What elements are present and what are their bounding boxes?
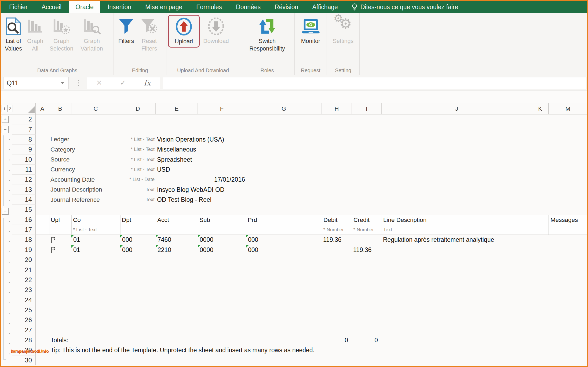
acct-cell-2[interactable]: 2210 bbox=[156, 245, 198, 255]
dpt-cell-2[interactable]: 000 bbox=[120, 245, 156, 255]
outline-level-1-button[interactable]: 1 bbox=[2, 105, 7, 112]
journal-reference-hint-cell[interactable]: Text bbox=[120, 195, 156, 205]
hint-line-description-cell[interactable]: Text bbox=[382, 225, 532, 235]
header-acct-cell[interactable]: Acct bbox=[156, 215, 198, 225]
prd-cell-2[interactable]: 000 bbox=[246, 245, 322, 255]
column-header-a[interactable]: A bbox=[36, 103, 49, 114]
column-header-g[interactable]: G bbox=[246, 103, 322, 114]
column-header-f[interactable]: F bbox=[198, 103, 246, 114]
column-header-j[interactable]: J bbox=[382, 103, 532, 114]
column-header-i[interactable]: I bbox=[352, 103, 382, 114]
header-line-description-cell[interactable]: Line Description bbox=[382, 215, 532, 225]
row-header-2[interactable]: 2 bbox=[12, 114, 36, 124]
dpt-cell-1[interactable]: 000 bbox=[120, 235, 156, 245]
totals-credit-cell[interactable]: 0 bbox=[352, 335, 382, 345]
row-header-17[interactable]: 17 bbox=[12, 225, 36, 235]
row-header-27[interactable]: 27 bbox=[12, 325, 36, 335]
source-label-cell[interactable]: Source bbox=[49, 154, 71, 164]
tab-revision[interactable]: Révision bbox=[268, 1, 305, 13]
accounting-date-hint-cell[interactable]: * List - Date bbox=[120, 175, 156, 185]
journal-reference-value-cell[interactable]: OD Test Blog - Reel bbox=[156, 195, 198, 205]
journal-description-value-cell[interactable]: Insyco Blog WebADI OD bbox=[156, 185, 198, 195]
totals-label-cell[interactable]: Totals: bbox=[49, 335, 71, 345]
prd-cell-1[interactable]: 000 bbox=[246, 235, 322, 245]
outline-expand-button[interactable]: + bbox=[2, 116, 9, 123]
header-credit-cell[interactable]: Credit bbox=[352, 215, 382, 225]
currency-hint-cell[interactable]: * List - Text bbox=[120, 165, 156, 175]
upload-button[interactable]: Upload bbox=[168, 15, 200, 48]
header-messages-cell[interactable]: Messages bbox=[549, 215, 587, 225]
row-header-9[interactable]: 9 bbox=[12, 145, 36, 154]
hint-acct-empty-cell[interactable] bbox=[156, 225, 198, 235]
row-header-30[interactable]: 30 bbox=[12, 355, 36, 365]
upload-flag-cell-2[interactable] bbox=[49, 245, 71, 255]
outline-collapse-button-top[interactable]: − bbox=[2, 126, 9, 133]
tab-accueil[interactable]: Accueil bbox=[35, 1, 68, 13]
row-header-16[interactable]: 16 bbox=[12, 215, 36, 225]
ledger-hint-cell[interactable]: * List - Text bbox=[120, 135, 156, 145]
tab-fichier[interactable]: Fichier bbox=[3, 1, 34, 13]
name-box-dropdown-icon[interactable] bbox=[60, 82, 65, 84]
row-header-20[interactable]: 20 bbox=[12, 255, 36, 265]
row-header-18[interactable]: 18 bbox=[12, 235, 36, 245]
header-dpt-cell[interactable]: Dpt bbox=[120, 215, 156, 225]
row-header-14[interactable]: 14 bbox=[12, 195, 36, 205]
tab-oracle[interactable]: Oracle bbox=[69, 1, 100, 13]
category-value-cell[interactable]: Miscellaneous bbox=[156, 145, 198, 154]
insert-function-icon[interactable]: fx bbox=[144, 79, 151, 87]
source-hint-cell[interactable]: * List - Text bbox=[120, 154, 156, 164]
cancel-icon[interactable]: ✕ bbox=[96, 79, 102, 87]
enter-icon[interactable]: ✓ bbox=[120, 79, 126, 87]
column-header-b[interactable]: B bbox=[49, 103, 71, 114]
row-header-23[interactable]: 23 bbox=[12, 285, 36, 295]
column-header-h[interactable]: H bbox=[322, 103, 352, 114]
hint-upl-empty-cell[interactable] bbox=[49, 225, 71, 235]
tab-donnees[interactable]: Données bbox=[229, 1, 267, 13]
category-label-cell[interactable]: Category bbox=[49, 145, 71, 154]
row-header-13[interactable]: 13 bbox=[12, 185, 36, 195]
tab-mise-en-page[interactable]: Mise en page bbox=[139, 1, 189, 13]
tell-me-box[interactable]: Dites-nous ce que vous voulez faire bbox=[346, 1, 463, 13]
row-header-25[interactable]: 25 bbox=[12, 305, 36, 315]
column-header-d[interactable]: D bbox=[120, 103, 156, 114]
row-header-26[interactable]: 26 bbox=[12, 315, 36, 325]
hint-sub-empty-cell[interactable] bbox=[198, 225, 246, 235]
filters-button[interactable]: Filters bbox=[115, 15, 137, 45]
row-header-7[interactable]: 7 bbox=[12, 124, 36, 134]
row-header-8[interactable]: 8 bbox=[12, 135, 36, 145]
credit-cell-2[interactable]: 119.36 bbox=[352, 245, 382, 255]
sub-cell-2[interactable]: 0000 bbox=[198, 245, 246, 255]
column-header-k[interactable]: K bbox=[532, 103, 549, 114]
tip-cell[interactable]: Tip: This is not the end of the Template… bbox=[49, 345, 71, 355]
journal-description-hint-cell[interactable]: Text bbox=[120, 185, 156, 195]
row-header-11[interactable]: 11 bbox=[12, 165, 36, 175]
row-header-22[interactable]: 22 bbox=[12, 275, 36, 285]
currency-value-cell[interactable]: USD bbox=[156, 165, 198, 175]
header-prd-cell[interactable]: Prd bbox=[246, 215, 322, 225]
tab-affichage[interactable]: Affichage bbox=[306, 1, 344, 13]
ledger-label-cell[interactable]: Ledger bbox=[49, 135, 71, 145]
row-header-24[interactable]: 24 bbox=[12, 295, 36, 305]
row-header-19[interactable]: 19 bbox=[12, 245, 36, 255]
upload-flag-cell-1[interactable] bbox=[49, 235, 71, 245]
row-header-12[interactable]: 12 bbox=[12, 175, 36, 185]
header-k-empty-cell[interactable] bbox=[532, 215, 549, 225]
accounting-date-label-cell[interactable]: Accounting Date bbox=[49, 175, 71, 185]
column-header-e[interactable]: E bbox=[156, 103, 198, 114]
hint-messages-empty-cell[interactable] bbox=[549, 225, 587, 235]
ledger-value-cell[interactable]: Vision Operations (USA) bbox=[156, 135, 198, 145]
row-header-28[interactable]: 28 bbox=[12, 335, 36, 345]
list-of-values-button[interactable]: List of Values bbox=[3, 15, 24, 52]
header-sub-cell[interactable]: Sub bbox=[198, 215, 246, 225]
hint-prd-empty-cell[interactable] bbox=[246, 225, 322, 235]
accounting-date-value-cell[interactable]: 17/01/2016 bbox=[198, 175, 246, 185]
journal-reference-label-cell[interactable]: Journal Reference bbox=[49, 195, 71, 205]
hint-k-empty-cell[interactable] bbox=[532, 225, 549, 235]
debit-cell-1[interactable]: 119.36 bbox=[322, 235, 352, 245]
tab-insertion[interactable]: Insertion bbox=[101, 1, 138, 13]
line-description-cell-1[interactable]: Regulation après retraitement analytique bbox=[382, 235, 532, 245]
row-header-21[interactable]: 21 bbox=[12, 265, 36, 275]
row-header-10[interactable]: 10 bbox=[12, 154, 36, 164]
name-box[interactable]: Q11 bbox=[3, 77, 69, 89]
hint-debit-cell[interactable]: * Number bbox=[322, 225, 352, 235]
